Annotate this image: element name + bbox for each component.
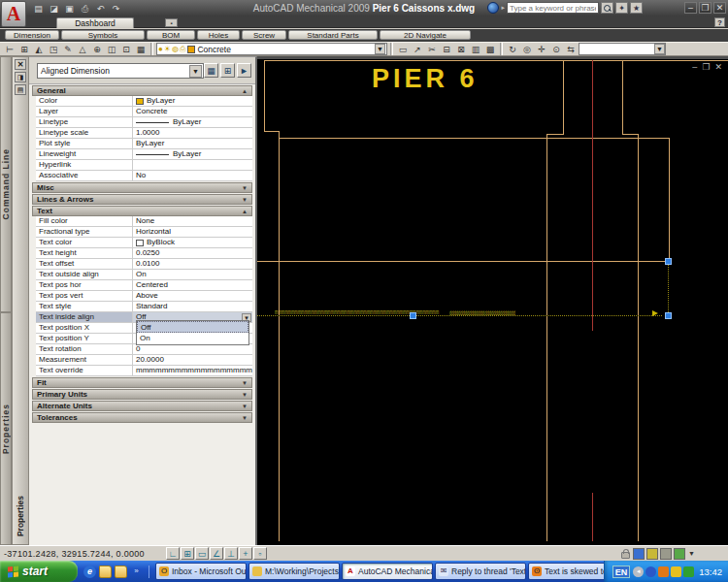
zoom-window-icon[interactable]: ⊙ [549,43,563,55]
property-value[interactable]: None [133,216,252,226]
pan-icon[interactable]: ✛ [535,43,548,55]
annotation-icon[interactable] [633,548,645,560]
toggle-osnap-button[interactable]: ⊥ [224,547,238,560]
model-icon[interactable] [646,548,658,560]
property-value[interactable]: 0 [133,344,252,354]
restore-button[interactable]: ❐ [699,2,711,14]
help-button[interactable]: ? [714,17,725,27]
reminder-icon[interactable] [658,566,669,577]
layer-off-icon[interactable]: ▦ [134,43,148,55]
network-icon[interactable] [683,566,694,577]
leader-icon[interactable]: ↗ [411,43,424,55]
language-indicator[interactable]: EN [612,566,631,578]
selection-grip[interactable] [665,258,672,265]
panel-tab-2d-navigate[interactable]: 2D Navigate [380,30,471,40]
property-value[interactable]: Concrete [133,107,252,116]
panel-tab-bom[interactable]: BOM [147,30,195,40]
property-value[interactable]: No [133,171,252,180]
detail-icon[interactable]: ◳ [47,43,60,55]
property-value[interactable]: ByLayer [133,139,252,148]
section-header-primary-units[interactable]: Primary Units▼ [32,389,252,400]
palette-close-button[interactable]: ✕ [15,59,26,70]
search-icon[interactable] [601,2,613,14]
save-icon[interactable]: ▣ [62,2,77,15]
start-button[interactable]: start [0,561,78,582]
layer-group-icon[interactable]: ⊟ [440,43,453,55]
orbit-icon[interactable]: ↻ [506,43,519,55]
infocenter-globe-icon[interactable] [487,2,499,14]
property-value[interactable]: 20.0000 [133,355,252,365]
redo-icon[interactable]: ↷ [109,2,123,15]
power-copy-icon[interactable]: ⊞ [17,43,31,55]
selection-grip[interactable] [665,312,672,319]
undo-icon[interactable]: ↶ [93,2,108,15]
section-header-text[interactable]: Text▲ [32,206,252,216]
property-value[interactable]: ByLayer [133,149,252,159]
hatch-pattern-icon[interactable]: ▩ [483,43,497,55]
layer-paste-icon[interactable]: ◫ [105,43,118,55]
symbol-flip-icon[interactable]: ◭ [32,43,46,55]
messenger-icon[interactable] [645,566,656,577]
quick-select-icon[interactable]: ⊞ [220,63,235,78]
zoom-icon[interactable]: ◎ [520,43,534,55]
palette-menu-icon[interactable]: ▤ [15,84,26,95]
toggle-polar-button[interactable]: ∠ [210,547,223,560]
drawing-viewport[interactable]: PIER 6 mmmmmmmmmmmmmmmmmmmmmmmmmmmmmmmmm… [257,56,728,545]
toggle-value-icon[interactable]: ▦ [204,63,218,78]
dropdown-option-off[interactable]: Off [137,321,248,333]
layer-new-icon[interactable]: ⊕ [90,43,104,55]
zoom-previous-icon[interactable]: ⇆ [564,43,578,55]
layer-list-icon[interactable]: ▥ [469,43,482,55]
property-value[interactable]: 1.0000 [133,128,252,138]
property-value[interactable]: mmmmmmmmmmmmmmmmmmmmmmmmmmm... [133,366,252,375]
erase-icon[interactable]: ✂ [425,43,439,55]
task-button-reply-to-thread-text[interactable]: ✉Reply to thread 'Text... [435,563,526,580]
drawing-restore-button[interactable]: ❐ [702,63,710,72]
property-value[interactable]: Above [133,291,252,301]
section-header-alternate-units[interactable]: Alternate Units▼ [32,401,252,411]
close-button[interactable]: ✕ [713,2,726,14]
selection-grip[interactable] [410,312,416,319]
workspace-icon[interactable] [660,548,672,560]
property-value[interactable] [133,160,252,170]
panel-tab-dimension[interactable]: Dimension [5,30,59,40]
internet-explorer-icon[interactable]: e [83,566,96,578]
folder-icon[interactable] [115,566,127,578]
object-type-combobox[interactable]: Aligned Dimension ▼ [37,63,204,79]
chevron-down-icon[interactable]: ▼ [654,44,665,54]
dockbar-properties[interactable]: Properties [0,312,12,545]
layer-set-icon[interactable]: ⊡ [119,43,133,55]
toggle-otrack-button[interactable]: + [239,547,252,560]
clean-screen-icon[interactable] [674,548,685,560]
property-value[interactable]: ByLayer [133,117,252,127]
property-value[interactable]: Centered [133,280,252,290]
chevron-down-icon[interactable]: ▼ [375,44,385,54]
favorites-star-icon[interactable]: ★ [630,2,643,14]
section-header-misc[interactable]: Misc▼ [32,182,252,193]
surface-symbol-icon[interactable]: △ [76,43,89,55]
toggle-snap-button[interactable]: ∟ [166,547,180,560]
task-button-inbox-microsoft-out[interactable]: OInbox - Microsoft Out... [155,563,247,580]
property-value[interactable]: Horizontal [133,227,252,237]
tab-overflow-button[interactable]: ▪ [165,18,178,27]
layer-combobox[interactable]: ●☀◍⎙ Concrete ▼ [156,43,387,55]
power-dimension-icon[interactable]: ⊢ [3,43,17,55]
chevron-down-icon[interactable]: ▼ [688,550,695,557]
drawing-minimize-button[interactable]: – [692,63,697,72]
property-value[interactable]: 0.0100 [133,259,252,269]
section-header-general[interactable]: General▲ [32,85,252,96]
toggle-ortho-button[interactable]: ▭ [195,547,209,560]
dropdown-option-on[interactable]: On [137,333,248,344]
tab-dashboard[interactable]: Dashboard [56,17,134,28]
panel-tab-standard-parts[interactable]: Standard Parts [288,30,378,40]
panel-tab-holes[interactable]: Holes [197,30,240,40]
property-value[interactable]: ByLayer [133,96,252,106]
property-value[interactable]: On [133,270,252,279]
toggle-grid-button[interactable]: ⊞ [181,547,194,560]
lock-icon[interactable] [621,552,630,559]
task-button-m-working-projects[interactable]: M:\Working\Projects\... [248,563,340,580]
communication-center-icon[interactable]: ✦ [615,2,628,14]
panel-tab-screw-connec[interactable]: Screw Connec... [242,30,286,40]
palette-autohide-icon[interactable]: ◨ [15,72,26,82]
new-icon[interactable]: ▤ [31,2,46,15]
